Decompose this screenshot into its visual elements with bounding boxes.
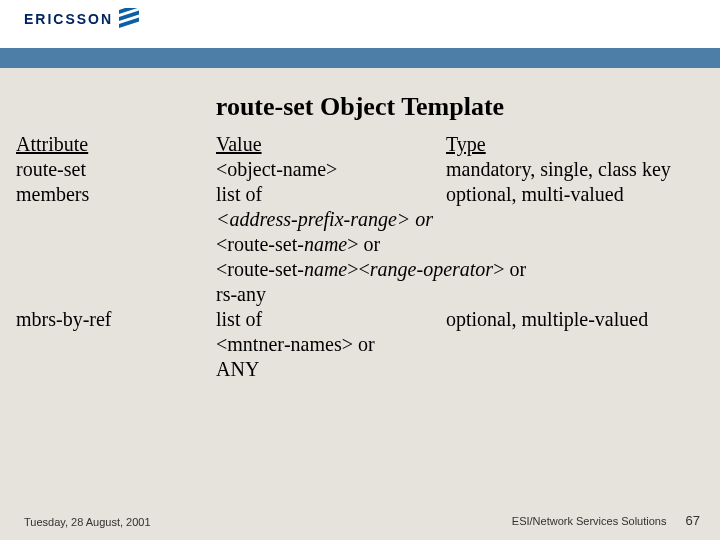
type-cell: mandatory, single, class key xyxy=(446,157,704,182)
footer-right: ESI/Network Services Solutions 67 xyxy=(512,513,700,528)
row-members: members list of optional, multi-valued xyxy=(16,182,704,207)
text-segment: range-operator xyxy=(370,258,493,280)
text-segment: <route-set- xyxy=(216,258,304,280)
accent-bar xyxy=(0,48,720,68)
footer-date: Tuesday, 28 August, 2001 xyxy=(24,516,151,528)
value-line: ANY xyxy=(16,357,704,382)
attr-cell: mbrs-by-ref xyxy=(16,307,216,332)
text-segment: <mntner xyxy=(216,333,284,355)
row-mbrs-by-ref: mbrs-by-ref list of optional, multiple-v… xyxy=(16,307,704,332)
template-table: Attribute Value Type route-set <object-n… xyxy=(0,132,720,382)
value-line: <route-set-name> or xyxy=(16,232,704,257)
text-segment: >< xyxy=(347,258,370,280)
attr-cell: members xyxy=(16,182,216,207)
text-segment: <route-set- xyxy=(216,233,304,255)
value-cell: list of xyxy=(216,307,446,332)
brand-logo: ERICSSON xyxy=(24,8,720,30)
text-segment: > or xyxy=(493,258,526,280)
footer-org: ESI/Network Services Solutions xyxy=(512,515,667,527)
value-line: <route-set-name><range-operator> or xyxy=(16,257,704,282)
logo-text: ERICSSON xyxy=(24,11,113,27)
header-row: Attribute Value Type xyxy=(16,132,704,157)
text-segment: name xyxy=(304,233,347,255)
text-segment: names> or xyxy=(291,333,375,355)
header-band: ERICSSON xyxy=(0,0,720,48)
text-segment: > or xyxy=(347,233,380,255)
attr-cell: route-set xyxy=(16,157,216,182)
type-cell: optional, multi-valued xyxy=(446,182,704,207)
header-attribute: Attribute xyxy=(16,132,216,157)
footer-page: 67 xyxy=(686,513,700,528)
value-cell: <object-name> xyxy=(216,157,446,182)
row-route-set: route-set <object-name> mandatory, singl… xyxy=(16,157,704,182)
ericsson-bars-icon xyxy=(119,8,139,30)
page-title: route-set Object Template xyxy=(0,92,720,122)
header-value: Value xyxy=(216,132,446,157)
type-cell: optional, multiple-valued xyxy=(446,307,704,332)
value-cell: list of xyxy=(216,182,446,207)
value-line: rs-any xyxy=(16,282,704,307)
value-line: <address-prefix-range> or xyxy=(16,207,704,232)
header-type: Type xyxy=(446,132,704,157)
text-segment: - xyxy=(284,333,291,355)
text-segment: name xyxy=(304,258,347,280)
value-line: <mntner-names> or xyxy=(16,332,704,357)
